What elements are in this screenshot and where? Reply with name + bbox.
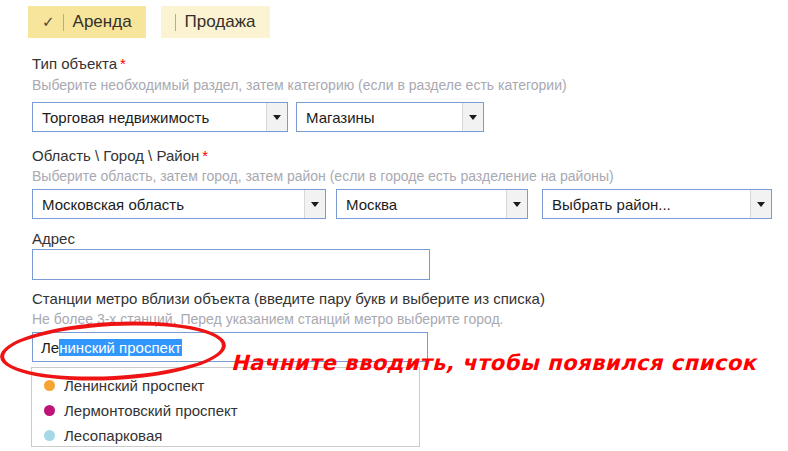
address-input[interactable]	[32, 249, 430, 280]
check-icon: ✓	[42, 13, 55, 31]
metro-line-dot-icon	[44, 405, 55, 416]
suggestion-label: Ленинский проспект	[64, 377, 205, 394]
object-type-label: Тип объекта*	[32, 55, 126, 72]
dropdown-arrow-icon[interactable]	[462, 103, 483, 131]
dropdown-arrow-icon[interactable]	[506, 190, 527, 218]
suggestion-label: Лермонтовский проспект	[64, 402, 238, 419]
metro-line-dot-icon	[44, 380, 55, 391]
dropdown-arrow-icon[interactable]	[304, 190, 325, 218]
tab-divider	[175, 14, 176, 31]
object-section-select[interactable]: Торговая недвижимость	[32, 102, 288, 132]
dropdown-arrow-icon[interactable]	[750, 190, 771, 218]
metro-typed-text: Ле	[41, 339, 59, 356]
region-value: Московская область	[33, 196, 304, 213]
list-item[interactable]: Лесопарковая	[32, 423, 419, 448]
tab-divider	[63, 14, 64, 31]
tab-rent-label: Аренда	[73, 12, 132, 32]
suggestion-label: Лесопарковая	[64, 427, 162, 444]
object-category-select[interactable]: Магазины	[296, 102, 484, 132]
deal-type-tabs: ✓ Аренда Продажа	[28, 6, 270, 38]
list-item[interactable]: Лермонтовский проспект	[32, 398, 419, 423]
required-asterisk: *	[202, 147, 208, 164]
address-label: Адрес	[32, 230, 75, 247]
object-type-hint: Выберите необходимый раздел, затем катег…	[32, 77, 567, 93]
metro-hint: Не более 3-х станций. Перед указанием ст…	[32, 311, 504, 327]
metro-suggestion-list: Ленинский проспект Лермонтовский проспек…	[31, 367, 420, 447]
region-select[interactable]: Московская область	[32, 189, 326, 219]
list-item[interactable]: Ленинский проспект	[32, 373, 419, 398]
metro-autocomplete-selection: нинский проспект	[59, 339, 181, 356]
metro-line-dot-icon	[44, 430, 55, 441]
city-select[interactable]: Москва	[336, 189, 528, 219]
district-select[interactable]: Выбрать район...	[542, 189, 772, 219]
listing-form-page: ✓ Аренда Продажа Тип объекта* Выберите н…	[0, 0, 788, 451]
dropdown-arrow-icon[interactable]	[266, 103, 287, 131]
object-category-value: Магазины	[297, 109, 462, 126]
city-value: Москва	[337, 196, 506, 213]
metro-label: Станции метро вблизи объекта (введите па…	[32, 290, 545, 307]
metro-search-input[interactable]: Ленинский проспект	[32, 332, 428, 362]
object-section-value: Торговая недвижимость	[33, 109, 266, 126]
district-value: Выбрать район...	[543, 196, 750, 213]
location-label: Область \ Город \ Район*	[32, 147, 208, 164]
required-asterisk: *	[120, 55, 126, 72]
tab-rent[interactable]: ✓ Аренда	[28, 6, 146, 38]
tab-sale-label: Продажа	[185, 12, 256, 32]
tab-sale[interactable]: Продажа	[161, 6, 270, 38]
location-hint: Выберите область, затем город, затем рай…	[32, 168, 614, 184]
